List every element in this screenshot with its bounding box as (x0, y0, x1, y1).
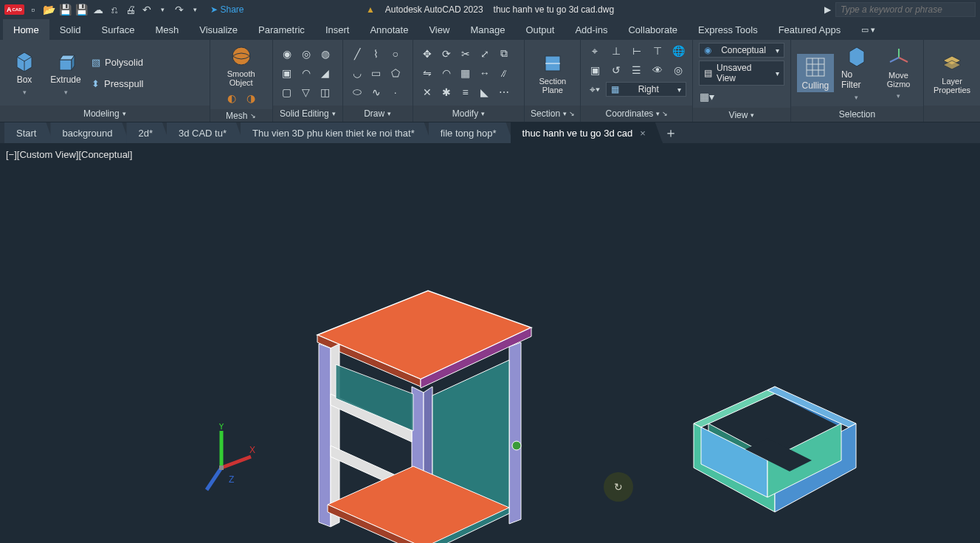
ucs-world-icon[interactable]: 🌐 (670, 43, 686, 59)
panel-view-label[interactable]: View ▾ (693, 108, 790, 122)
redo-icon[interactable]: ↷ (173, 4, 185, 15)
box-button[interactable]: Box (6, 48, 43, 98)
file-tab-thuvien[interactable]: Thu vien 3D phu kien thiet ke noi that* (241, 122, 432, 143)
section-plane-button[interactable]: Section Plane (531, 50, 574, 96)
ucs-prev-icon[interactable]: ↺ (608, 62, 624, 78)
panel-modeling-label[interactable]: Modeling ▾ (0, 106, 210, 122)
file-tab-3dcadtu[interactable]: 3d CAD tu* (167, 122, 244, 143)
save-icon[interactable]: 💾 (60, 4, 72, 15)
ribbon-tab-parametric[interactable]: Parametric (248, 19, 315, 40)
ucs-x-icon[interactable]: ⊥ (608, 43, 624, 59)
taper-icon[interactable]: ▽ (298, 84, 314, 100)
ucs-z-icon[interactable]: ⊤ (649, 43, 666, 59)
ribbon-tab-solid[interactable]: Solid (49, 19, 92, 40)
undo-icon[interactable]: ↶ (141, 4, 153, 15)
point-icon[interactable]: · (387, 84, 404, 100)
ribbon-tab-collaborate[interactable]: Collaborate (618, 19, 688, 40)
panel-selection-label[interactable]: Selection (791, 106, 923, 122)
more-modify-icon[interactable]: ⋯ (496, 84, 512, 100)
ribbon-tab-expresstools[interactable]: Express Tools (688, 19, 768, 40)
cloud-save-icon[interactable]: ☁ (92, 4, 104, 15)
union-icon[interactable]: ◉ (279, 46, 295, 62)
move-gizmo-button[interactable]: Move Gizmo (880, 44, 917, 102)
ribbon-tab-overflow[interactable]: ▭ ▾ (851, 19, 886, 40)
file-tab-filetonghop[interactable]: file tong hop* (429, 122, 514, 143)
offset-icon[interactable]: ⫽ (496, 65, 512, 81)
copy-icon[interactable]: ⧉ (496, 46, 512, 62)
arc-icon[interactable]: ◡ (349, 65, 365, 81)
file-tab-2d[interactable]: 2d* (126, 122, 170, 143)
ucs-named-icon[interactable]: ☰ (629, 62, 645, 78)
ribbon-tab-insert[interactable]: Insert (315, 19, 360, 40)
move-icon[interactable]: ✥ (419, 46, 435, 62)
ribbon-tab-manage[interactable]: Manage (460, 19, 515, 40)
file-tab-start[interactable]: Start (4, 122, 53, 143)
ucs-origin-icon[interactable]: ◎ (670, 62, 686, 78)
ribbon-tab-visualize[interactable]: Visualize (189, 19, 248, 40)
spline-icon[interactable]: ∿ (368, 84, 384, 100)
model-box[interactable] (679, 379, 871, 527)
new-tab-button[interactable]: ＋ (660, 122, 682, 143)
polysolid-button[interactable]: ▧Polysolid (89, 55, 146, 69)
polygon-icon[interactable]: ⬠ (387, 65, 404, 81)
chamfer-icon[interactable]: ◣ (477, 84, 493, 100)
line-icon[interactable]: ╱ (349, 46, 365, 62)
extrude-button[interactable]: Extrude (47, 48, 84, 98)
erase-icon[interactable]: ✕ (419, 84, 435, 100)
circle-icon[interactable]: ○ (387, 46, 404, 62)
ribbon-tab-featuredapps[interactable]: Featured Apps (768, 19, 852, 40)
shell-icon[interactable]: ▢ (279, 84, 295, 100)
ribbon-tab-home[interactable]: Home (3, 19, 49, 40)
panel-mesh-label[interactable]: Mesh ↘ (210, 109, 272, 122)
ribbon-tab-surface[interactable]: Surface (92, 19, 145, 40)
close-tab-icon[interactable]: × (640, 128, 646, 139)
rotate-icon[interactable]: ⟳ (438, 46, 455, 62)
undo-dropdown-icon[interactable]: ▾ (157, 4, 169, 15)
smooth-object-button[interactable]: Smooth Object (216, 43, 266, 89)
presspull-button[interactable]: ⬍Presspull (89, 77, 146, 91)
help-arrow-icon[interactable]: ▶ (824, 4, 831, 15)
panel-solid-editing-label[interactable]: Solid Editing ▾ (273, 106, 342, 122)
mesh-add-icon[interactable]: ◑ (243, 90, 259, 106)
no-filter-button[interactable]: No Filter (838, 43, 875, 103)
redo-dropdown-icon[interactable]: ▾ (190, 4, 201, 15)
rectangle-icon[interactable]: ▭ (368, 65, 384, 81)
mirror-icon[interactable]: ⇋ (419, 65, 435, 81)
trim-icon[interactable]: ✂ (458, 46, 474, 62)
saved-view-combo[interactable]: ▤ Unsaved View (699, 60, 784, 86)
layer-properties-button[interactable]: Layer Properties (930, 50, 974, 96)
model-table[interactable] (295, 283, 546, 543)
panel-coordinates-label[interactable]: Coordinates ▾ ↘ (581, 106, 692, 122)
ucs-y-icon[interactable]: ⊢ (629, 43, 645, 59)
subtract-icon[interactable]: ◎ (298, 46, 314, 62)
explode-icon[interactable]: ✱ (438, 84, 455, 100)
ribbon-tab-annotate[interactable]: Annotate (359, 19, 418, 40)
new-icon[interactable]: ▫ (27, 4, 39, 15)
ucs-face-icon[interactable]: ▣ (587, 62, 603, 78)
imprint-icon[interactable]: ▣ (279, 65, 295, 81)
viewport[interactable]: [−][Custom View][Conceptual] Y X Z (0, 143, 980, 543)
ucs-dropdown-icon[interactable]: ⌖▾ (587, 81, 603, 97)
file-tab-active[interactable]: thuc hanh ve tu go 3d cad× (511, 122, 663, 143)
ribbon-tab-view[interactable]: View (418, 19, 460, 40)
ucs-view-icon[interactable]: 👁 (649, 62, 666, 78)
fillet-icon[interactable]: ◠ (438, 65, 455, 81)
scale-icon[interactable]: ⤢ (477, 46, 493, 62)
intersect-icon[interactable]: ◍ (317, 46, 334, 62)
nav-direction-combo[interactable]: ▦ Right (606, 82, 686, 97)
ellipse-icon[interactable]: ⬭ (349, 84, 365, 100)
panel-draw-label[interactable]: Draw ▾ (343, 106, 413, 122)
view-manager-icon[interactable]: ▦▾ (699, 89, 715, 105)
stretch-icon[interactable]: ↔ (477, 65, 493, 81)
chamfer-edge-icon[interactable]: ◢ (317, 65, 334, 81)
visual-style-combo[interactable]: ◉ Conceptual (699, 43, 784, 58)
ribbon-tab-output[interactable]: Output (515, 19, 565, 40)
panel-section-label[interactable]: Section ▾ ↘ (525, 106, 580, 122)
open-icon[interactable]: 📂 (44, 4, 55, 15)
slice-icon[interactable]: ◫ (317, 84, 334, 100)
file-tab-background[interactable]: background (50, 122, 129, 143)
mesh-more-icon[interactable]: ◐ (224, 90, 240, 106)
polyline-icon[interactable]: ⌇ (368, 46, 384, 62)
viewport-label[interactable]: [−][Custom View][Conceptual] (6, 149, 132, 160)
ribbon-tab-mesh[interactable]: Mesh (145, 19, 189, 40)
